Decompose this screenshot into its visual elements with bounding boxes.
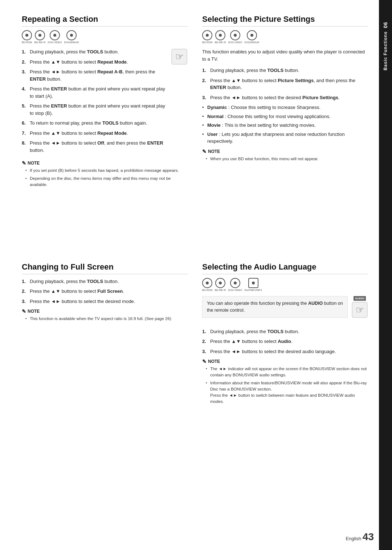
a-disc-label-bdre: BD-RE/-R xyxy=(215,289,226,292)
disc-label-dvdvideo: DVD-VIDEO xyxy=(48,41,62,44)
disc-circle-bdrom xyxy=(22,30,32,40)
audio-info-box: You can also operate this function by pr… xyxy=(202,296,368,323)
disc-icon-bdre: BD-RE/-R xyxy=(34,30,45,44)
fs-step-2: 2. Press the ▲▼ buttons to select Full S… xyxy=(22,288,188,295)
step-3: 3. Press the ◄► buttons to select Repeat… xyxy=(22,68,168,82)
picture-settings-section: Selecting the Picture Settings BD-ROM BD… xyxy=(202,15,368,262)
audio-note-item-1: The ◄► indicator will not appear on the … xyxy=(206,366,368,379)
a-disc-circle-dvdvideo xyxy=(230,278,240,288)
p-disc-circle-bdre xyxy=(215,30,225,40)
picture-settings-title: Selecting the Picture Settings xyxy=(202,15,368,27)
step-8: 8. Press the ◄► buttons to select Off, a… xyxy=(22,139,168,154)
p-disc-label-bdrom: BD-ROM xyxy=(202,41,212,44)
pic-note-items: When you use BD wise function, this menu… xyxy=(202,156,368,162)
fs-note-label: NOTE xyxy=(28,309,40,314)
a-disc-label-dvdvideo: DVD-VIDEO xyxy=(228,289,242,292)
a-disc-circle-divx xyxy=(248,278,258,288)
sidebar-label: Basic Functions xyxy=(383,31,388,70)
full-screen-section: Changing to Full Screen 1. During playba… xyxy=(22,262,188,430)
note-item-1: If you set point (B) before 5 seconds ha… xyxy=(25,167,188,174)
bullet-movie: Movie : This is the best setting for wat… xyxy=(202,122,368,129)
disc-icon-bdrom: BD-ROM xyxy=(22,30,32,44)
audio-step-3: 3. Press the ◄► buttons to select the de… xyxy=(202,348,368,355)
a-disc-label-divx: DivX/MKV/MP4 xyxy=(244,289,262,292)
a-disc-label-bdrom: BD-ROM xyxy=(202,289,212,292)
repeating-section: Repeating a Section BD-ROM BD-RE/-R DVD-… xyxy=(22,15,188,199)
disc-label-dvdrw: DVD±RW/±R xyxy=(64,41,79,44)
note-label: NOTE xyxy=(28,161,40,166)
audio-steps: 1. During playback, press the TOOLS butt… xyxy=(202,328,368,355)
bullet-dynamic: Dynamic : Choose this setting to increas… xyxy=(202,104,368,111)
svg-text:☞: ☞ xyxy=(175,51,184,62)
repeating-note-items: If you set point (B) before 5 seconds ha… xyxy=(22,167,188,188)
footer-lang: English xyxy=(346,536,362,541)
p-disc-icon-dvdvideo: DVD-VIDEO xyxy=(228,30,242,44)
bullet-normal: Normal : Choose this setting for most vi… xyxy=(202,113,368,120)
full-screen-note: ✎ NOTE This function is available when t… xyxy=(22,308,188,322)
a-disc-icon-divx: DivX/MKV/MP4 xyxy=(244,278,262,292)
step-7: 7. Press the ▲▼ buttons to select Repeat… xyxy=(22,130,168,137)
picture-bullet-list: Dynamic : Choose this setting to increas… xyxy=(202,104,368,145)
note-pencil-icon: ✎ xyxy=(22,160,26,166)
note-item-2: Depending on the disc, the menu items ma… xyxy=(25,175,188,188)
a-disc-icon-dvdvideo: DVD-VIDEO xyxy=(228,278,242,292)
p-disc-circle-bdrom xyxy=(202,30,212,40)
picture-steps: 1. During playback, press the TOOLS butt… xyxy=(202,67,368,101)
pic-step-2: 2. Press the ▲▼ buttons to select Pictur… xyxy=(202,77,368,91)
audio-disc-icons: BD-ROM BD-RE/-R DVD-VIDEO DivX/MKV/MP4 xyxy=(202,278,368,292)
step-4: 4. Press the ENTER button at the point w… xyxy=(22,85,168,100)
disc-circle-dvdrw xyxy=(66,30,77,40)
audio-note-label: NOTE xyxy=(208,359,220,364)
fs-step-3: 3. Press the ◄► buttons to select the de… xyxy=(22,298,188,305)
hand-icon-repeating: ☞ xyxy=(171,48,188,66)
pic-step-3: 3. Press the ◄► buttons to select the de… xyxy=(202,94,368,101)
svg-text:☞: ☞ xyxy=(356,304,364,315)
fs-note-item-1: This function is available when the TV a… xyxy=(25,316,188,322)
repeating-note: ✎ NOTE If you set point (B) before 5 sec… xyxy=(22,160,188,188)
pic-note-label: NOTE xyxy=(208,149,220,154)
audio-hand-icon: AUDIO ☞ xyxy=(351,296,368,318)
p-disc-label-dvdrw: DVD±RW/±R xyxy=(244,41,259,44)
p-disc-label-dvdvideo: DVD-VIDEO xyxy=(228,41,242,44)
audio-note-item-2: Information about the main feature/BONUS… xyxy=(206,380,368,405)
disc-icon-dvdrw: DVD±RW/±R xyxy=(64,30,79,44)
audio-language-section: Selecting the Audio Language BD-ROM BD-R… xyxy=(202,262,368,535)
a-disc-icon-bdrom: BD-ROM xyxy=(202,278,212,292)
page-footer: English 43 xyxy=(346,531,374,543)
step-1: 1. During playback, press the TOOLS butt… xyxy=(22,48,168,56)
a-disc-circle-bdre xyxy=(215,278,225,288)
bullet-user: User : Lets you adjust the sharpness and… xyxy=(202,131,368,145)
audio-info-text: You can also operate this function by pr… xyxy=(202,296,348,318)
step-6: 6. To return to normal play, press the T… xyxy=(22,120,168,127)
full-screen-title: Changing to Full Screen xyxy=(22,262,188,274)
audio-step-1: 1. During playback, press the TOOLS butt… xyxy=(202,328,368,335)
disc-circle-dvdvideo xyxy=(50,30,60,40)
p-disc-circle-dvdrw xyxy=(247,30,257,40)
step-2: 2. Press the ▲▼ buttons to select Repeat… xyxy=(22,58,168,66)
p-disc-icon-bdrom: BD-ROM xyxy=(202,30,212,44)
pic-note-pencil-icon: ✎ xyxy=(202,149,207,154)
repeating-disc-icons: BD-ROM BD-RE/-R DVD-VIDEO DVD±RW/±R xyxy=(22,30,188,44)
sidebar-tab: 06 Basic Functions xyxy=(379,0,392,550)
disc-circle-bdre xyxy=(35,30,45,40)
disc-label-bdre: BD-RE/-R xyxy=(34,41,45,44)
pic-step-1: 1. During playback, press the TOOLS butt… xyxy=(202,67,368,74)
fs-note-items: This function is available when the TV a… xyxy=(22,316,188,322)
repeating-section-title: Repeating a Section xyxy=(22,15,188,27)
footer-page: 43 xyxy=(363,531,374,542)
sidebar-page-num: 06 xyxy=(383,22,388,28)
picture-disc-icons: BD-ROM BD-RE/-R DVD-VIDEO DVD±RW/±R xyxy=(202,30,368,44)
disc-icon-dvdvideo: DVD-VIDEO xyxy=(48,30,62,44)
audio-label-box: AUDIO xyxy=(354,296,366,301)
a-disc-icon-bdre: BD-RE/-R xyxy=(215,278,226,292)
p-disc-icon-bdre: BD-RE/-R xyxy=(215,30,226,44)
fs-note-pencil-icon: ✎ xyxy=(22,308,26,314)
repeating-steps: 1. During playback, press the TOOLS butt… xyxy=(22,48,168,157)
p-disc-icon-dvdrw: DVD±RW/±R xyxy=(244,30,259,44)
audio-note-pencil-icon: ✎ xyxy=(202,359,207,364)
step-5: 5. Press the ENTER button at the point w… xyxy=(22,102,168,117)
picture-intro: This function enables you to adjust vide… xyxy=(202,48,368,62)
audio-note: ✎ NOTE The ◄► indicator will not appear … xyxy=(202,359,368,405)
full-screen-steps: 1. During playback, press the TOOLS butt… xyxy=(22,278,188,305)
a-disc-circle-bdrom xyxy=(202,278,212,288)
